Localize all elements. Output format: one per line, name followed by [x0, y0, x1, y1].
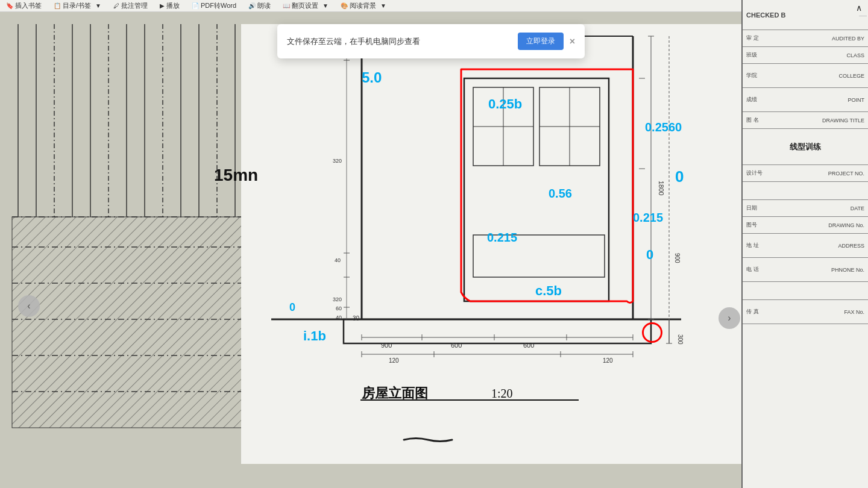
toolbar-insert-bookmark[interactable]: 🔖 插入书签: [6, 1, 42, 10]
left-arrow-icon: ‹: [27, 301, 30, 311]
toolbar-toc-bookmark[interactable]: 📋 目录/书签 ▼: [54, 1, 101, 10]
project-no-label: 设计号: [746, 169, 763, 177]
pdf-icon: 📄: [192, 2, 199, 9]
svg-text:1:20: 1:20: [491, 387, 513, 400]
toolbar: 🔖 插入书签 📋 目录/书签 ▼ 🖊 批注管理 ▶ 播放 📄 PDF转Word …: [0, 0, 741, 12]
class-row: 班级 CLASS: [743, 47, 868, 64]
notification-message: 文件保存至云端，在手机电脑同步查看: [287, 36, 512, 47]
close-notification-button[interactable]: ×: [570, 36, 575, 47]
nav-right-button[interactable]: ›: [719, 307, 740, 329]
toolbar-read-bg[interactable]: 🎨 阅读背景 ▼: [341, 1, 386, 10]
svg-text:120: 120: [389, 357, 399, 364]
date-value: DATE: [757, 205, 864, 211]
arch-drawing-svg: 1800 900 300 900 600 600 120: [241, 24, 741, 464]
audit-label: 审 定: [746, 34, 759, 42]
svg-text:900: 900: [381, 342, 392, 349]
title-block: CHECKED B ∧ ─ 审 定 AUDITED BY 班级 CLASS 学院…: [741, 0, 868, 488]
drawing-name-label: 图 名: [746, 116, 759, 124]
project-no-row: 设计号 PROJECT NO.: [743, 165, 868, 182]
checked-label: CHECKED B: [746, 11, 785, 19]
svg-text:120: 120: [603, 357, 613, 364]
svg-text:40: 40: [335, 257, 341, 263]
toolbar-play[interactable]: ▶ 播放: [160, 1, 180, 10]
audited-by-row: 审 定 AUDITED BY: [743, 30, 868, 47]
right-arrow-icon: ›: [728, 313, 731, 324]
fax-row: 传 真 FAX No.: [743, 300, 868, 324]
phone-label: 电 话: [746, 266, 759, 274]
svg-rect-2: [12, 217, 247, 428]
play-icon: ▶: [160, 2, 165, 9]
annotation-icon: 🖊: [113, 2, 119, 9]
chevron-down-icon-2: ▼: [322, 2, 329, 9]
date-label: 日期: [746, 204, 757, 212]
main-canvas: 🔖 插入书签 📋 目录/书签 ▼ 🖊 批注管理 ▶ 播放 📄 PDF转Word …: [0, 0, 741, 488]
login-button[interactable]: 立即登录: [518, 33, 564, 50]
svg-text:房屋立面图: 房屋立面图: [361, 386, 428, 401]
bookmark-icon: 🔖: [6, 2, 13, 9]
svg-text:60: 60: [336, 305, 342, 311]
toolbar-annotation-mgmt[interactable]: 🖊 批注管理: [113, 1, 148, 10]
phone-value: PHNONE No.: [759, 267, 864, 273]
class-value: CLASS: [757, 52, 864, 58]
svg-text:600: 600: [523, 342, 534, 349]
drawing-name-value: DRAWING TITLE: [759, 117, 864, 124]
nav-left-button[interactable]: ‹: [18, 295, 40, 317]
spacer-row-2: [743, 282, 868, 300]
svg-text:30: 30: [353, 315, 360, 322]
address-value: ADDRESS: [759, 243, 864, 249]
speaker-icon: 🔊: [248, 2, 256, 9]
svg-text:300: 300: [677, 334, 684, 345]
point-label: 成绩: [746, 96, 757, 104]
hatch-area: [0, 211, 253, 440]
svg-text:320: 320: [333, 296, 342, 302]
page-icon: 📖: [283, 2, 290, 9]
project-no-value: PROJECT NO.: [763, 170, 864, 177]
address-label: 地 址: [746, 242, 759, 249]
vertical-lines-svg: [0, 24, 253, 217]
svg-text:900: 900: [674, 253, 681, 263]
checked-row: CHECKED B ∧ ─: [743, 0, 868, 30]
svg-text:600: 600: [451, 342, 462, 349]
class-label: 班级: [746, 51, 757, 59]
toolbar-read-aloud[interactable]: 🔊 朗读: [248, 1, 271, 10]
svg-text:320: 320: [333, 158, 342, 164]
point-row: 成绩 POINT: [743, 88, 868, 112]
college-value: COLLEGE: [757, 73, 864, 79]
notification-banner: 文件保存至云端，在手机电脑同步查看 立即登录 ×: [277, 24, 585, 58]
address-row: 地 址 ADDRESS: [743, 234, 868, 258]
spacer-row-1: [743, 182, 868, 200]
fax-value: FAX No.: [759, 309, 864, 315]
bg-icon: 🎨: [341, 2, 348, 9]
drawing-no-label: 图号: [746, 221, 757, 229]
fax-label: 传 真: [746, 308, 759, 316]
drawing-no-value: DRAWING No.: [757, 222, 864, 228]
svg-text:40: 40: [336, 314, 342, 321]
svg-text:1800: 1800: [658, 181, 665, 195]
toolbar-page-settings[interactable]: 📖 翻页设置 ▼: [283, 1, 329, 10]
college-label: 学院: [746, 72, 757, 80]
chevron-down-icon: ▼: [95, 2, 101, 9]
drawing-no-row: 图号 DRAWING No.: [743, 217, 868, 234]
drawing-main-title: 线型训练: [746, 142, 864, 152]
phone-row: 电 话 PHNONE No.: [743, 258, 868, 282]
toc-icon: 📋: [54, 2, 61, 9]
drawing-name-row: 图 名 DRAWING TITLE: [743, 112, 868, 129]
toolbar-pdf-to-word[interactable]: 📄 PDF转Word: [192, 1, 236, 10]
audited-by-value: AUDITED BY: [759, 36, 864, 42]
college-row: 学院 COLLEGE: [743, 64, 868, 88]
line-icon: ─: [859, 10, 867, 22]
point-value: POINT: [757, 97, 864, 103]
drawing-main-title-row: 线型训练: [743, 129, 868, 165]
date-row: 日期 DATE: [743, 200, 868, 217]
chevron-down-icon-3: ▼: [380, 2, 386, 9]
drawing-area: 1800 900 300 900 600 600 120: [0, 12, 741, 488]
